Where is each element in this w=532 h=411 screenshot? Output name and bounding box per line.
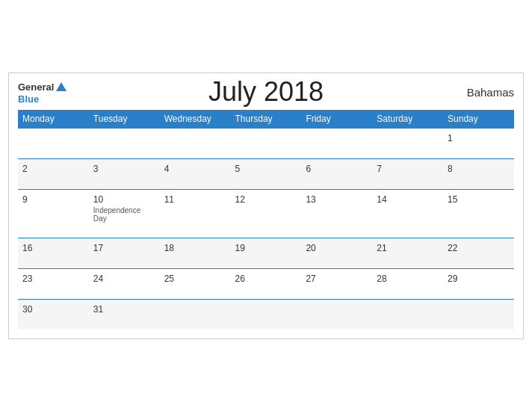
calendar-cell <box>372 299 443 330</box>
calendar-week-row: 2345678 <box>18 158 514 189</box>
event-label: Independence Day <box>93 206 155 223</box>
calendar-cell <box>231 128 302 158</box>
day-number: 3 <box>93 164 155 174</box>
day-number: 20 <box>306 243 368 253</box>
day-number: 21 <box>377 243 439 253</box>
logo-blue: Blue <box>18 94 39 104</box>
calendar-header: General Blue July 2018 Bahamas <box>18 81 514 104</box>
calendar-cell <box>301 128 372 158</box>
calendar-cell: 28 <box>372 268 443 299</box>
logo-icon <box>55 81 68 94</box>
day-number: 31 <box>93 304 155 315</box>
calendar-cell: 9 <box>18 189 89 238</box>
calendar-cell: 19 <box>231 238 302 268</box>
calendar-cell <box>372 128 443 158</box>
calendar-cell: 29 <box>443 268 514 299</box>
calendar-cell <box>231 299 302 330</box>
weekday-header-row: MondayTuesdayWednesdayThursdayFridaySatu… <box>18 110 514 129</box>
weekday-header-wednesday: Wednesday <box>160 110 231 129</box>
svg-marker-0 <box>56 82 66 91</box>
day-number: 12 <box>235 194 297 205</box>
calendar-cell: 24 <box>89 268 160 299</box>
calendar-cell: 1 <box>443 128 514 158</box>
calendar-cell: 6 <box>301 158 372 189</box>
calendar-cell <box>443 299 514 330</box>
country-label: Bahamas <box>467 86 514 99</box>
calendar-week-row: 16171819202122 <box>18 238 514 268</box>
calendar-cell <box>160 299 231 330</box>
calendar-cell: 22 <box>443 238 514 268</box>
calendar-cell: 10Independence Day <box>89 189 160 238</box>
day-number: 14 <box>377 194 439 205</box>
calendar-cell <box>89 128 160 158</box>
calendar-container: General Blue July 2018 Bahamas MondayTue… <box>8 72 524 339</box>
day-number: 11 <box>164 194 226 205</box>
calendar-cell: 13 <box>301 189 372 238</box>
calendar-table: MondayTuesdayWednesdayThursdayFridaySatu… <box>18 110 514 330</box>
day-number: 27 <box>306 274 368 284</box>
calendar-cell: 16 <box>18 238 89 268</box>
day-number: 19 <box>235 243 297 253</box>
calendar-cell: 20 <box>301 238 372 268</box>
calendar-cell: 3 <box>89 158 160 189</box>
weekday-header-sunday: Sunday <box>443 110 514 129</box>
calendar-cell: 15 <box>443 189 514 238</box>
calendar-cell <box>160 128 231 158</box>
day-number: 1 <box>448 133 510 143</box>
day-number: 7 <box>377 164 439 174</box>
calendar-cell: 17 <box>89 238 160 268</box>
day-number: 10 <box>93 194 155 205</box>
day-number: 18 <box>164 243 226 253</box>
calendar-cell: 2 <box>18 158 89 189</box>
day-number: 2 <box>22 164 84 174</box>
calendar-cell: 12 <box>231 189 302 238</box>
weekday-header-tuesday: Tuesday <box>89 110 160 129</box>
day-number: 9 <box>22 194 84 205</box>
calendar-cell: 5 <box>231 158 302 189</box>
day-number: 17 <box>93 243 155 253</box>
day-number: 29 <box>448 274 510 284</box>
calendar-cell: 21 <box>372 238 443 268</box>
logo-general: General <box>18 82 54 92</box>
day-number: 23 <box>22 274 84 284</box>
calendar-week-row: 23242526272829 <box>18 268 514 299</box>
calendar-cell: 18 <box>160 238 231 268</box>
day-number: 8 <box>448 164 510 174</box>
day-number: 26 <box>235 274 297 284</box>
day-number: 30 <box>22 304 84 315</box>
day-number: 6 <box>306 164 368 174</box>
day-number: 15 <box>448 194 510 205</box>
weekday-header-saturday: Saturday <box>372 110 443 129</box>
calendar-cell: 26 <box>231 268 302 299</box>
calendar-cell: 27 <box>301 268 372 299</box>
logo: General Blue <box>18 81 69 104</box>
calendar-cell: 7 <box>372 158 443 189</box>
day-number: 24 <box>93 274 155 284</box>
calendar-cell: 14 <box>372 189 443 238</box>
calendar-week-row: 910Independence Day1112131415 <box>18 189 514 238</box>
calendar-cell <box>301 299 372 330</box>
calendar-cell: 11 <box>160 189 231 238</box>
calendar-cell: 4 <box>160 158 231 189</box>
day-number: 22 <box>448 243 510 253</box>
calendar-week-row: 1 <box>18 128 514 158</box>
weekday-header-thursday: Thursday <box>231 110 302 129</box>
calendar-cell: 25 <box>160 268 231 299</box>
weekday-header-friday: Friday <box>301 110 372 129</box>
day-number: 4 <box>164 164 226 174</box>
calendar-cell: 8 <box>443 158 514 189</box>
day-number: 25 <box>164 274 226 284</box>
calendar-cell: 30 <box>18 299 89 330</box>
day-number: 28 <box>377 274 439 284</box>
calendar-cell: 31 <box>89 299 160 330</box>
calendar-cell: 23 <box>18 268 89 299</box>
calendar-cell <box>18 128 89 158</box>
day-number: 13 <box>306 194 368 205</box>
day-number: 5 <box>235 164 297 174</box>
month-title: July 2018 <box>208 76 324 108</box>
day-number: 16 <box>22 243 84 253</box>
weekday-header-monday: Monday <box>18 110 89 129</box>
calendar-week-row: 3031 <box>18 299 514 330</box>
